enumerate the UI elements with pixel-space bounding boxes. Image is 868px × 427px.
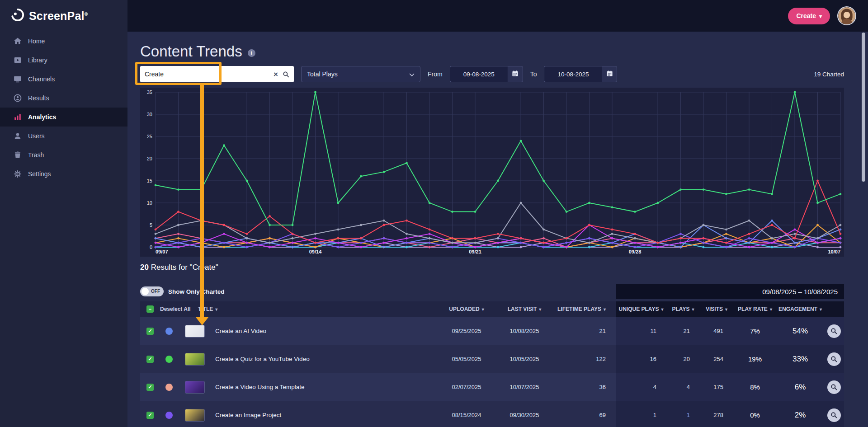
column-header-unique-plays[interactable]: UNIQUE PLAYS [616, 306, 666, 312]
video-thumbnail[interactable] [185, 381, 205, 394]
unique-plays-value: 1 [616, 412, 666, 418]
sidebar-item-analytics[interactable]: Analytics [0, 108, 127, 127]
chevron-down-icon [819, 12, 822, 19]
last-visit-date: 10/07/2025 [495, 384, 553, 390]
last-visit-date: 10/05/2025 [495, 356, 553, 362]
sort-caret-icon [215, 306, 217, 312]
sidebar-item-label: Analytics [28, 113, 56, 121]
to-date-input[interactable]: 10-08-2025 [544, 66, 602, 82]
analytics-icon [14, 113, 22, 121]
deselect-all-label[interactable]: Deselect All [160, 306, 198, 312]
toggle-state: OFF [151, 286, 160, 296]
video-title[interactable]: Create a Video Using a Template [212, 384, 438, 390]
sidebar-item-library[interactable]: Library [0, 51, 127, 70]
charted-count: 19 Charted [814, 71, 844, 78]
play-rate-value: 19% [733, 355, 777, 363]
svg-text:09/28: 09/28 [629, 249, 642, 254]
channels-icon [14, 75, 22, 83]
screenpal-swirl-icon [11, 8, 24, 23]
sidebar-item-channels[interactable]: Channels [0, 70, 127, 89]
magnifier-button[interactable] [827, 380, 841, 394]
unique-plays-value: 4 [616, 384, 666, 390]
column-header-last-visit[interactable]: LAST VISIT [495, 306, 553, 312]
video-title[interactable]: Create an AI Video [212, 328, 438, 334]
video-title[interactable]: Create an Image Project [212, 412, 438, 418]
column-header-play-rate[interactable]: PLAY RATE [733, 306, 777, 312]
row-checkbox[interactable] [146, 356, 154, 363]
metric-value: Total Plays [307, 70, 338, 78]
sort-caret-icon [604, 306, 606, 312]
info-icon[interactable]: i [248, 49, 255, 57]
library-icon [14, 56, 22, 64]
play-rate-value: 7% [733, 327, 777, 335]
page-title: Content Trends [140, 43, 242, 60]
deselect-all-checkbox[interactable] [146, 305, 154, 313]
create-button[interactable]: Create [788, 8, 830, 24]
brand-logo[interactable]: ScreenPal® [0, 0, 127, 32]
vertical-scrollbar[interactable] [862, 33, 865, 182]
toggle-label: Show Only Charted [168, 288, 225, 295]
sort-caret-icon [820, 306, 822, 312]
engagement-value: 54% [777, 327, 824, 336]
magnifier-button[interactable] [827, 352, 841, 366]
search-icon[interactable] [283, 71, 289, 78]
sidebar-item-results[interactable]: Results [0, 89, 127, 108]
uploaded-date: 09/25/2025 [438, 328, 495, 334]
to-calendar-button[interactable] [602, 66, 617, 82]
sidebar-item-trash[interactable]: Trash [0, 145, 127, 164]
row-checkbox[interactable] [146, 412, 154, 419]
results-summary: 20 Results for "Create" [140, 263, 844, 273]
engagement-value: 33% [777, 355, 824, 364]
sort-caret-icon [770, 306, 772, 312]
sidebar-item-settings[interactable]: Settings [0, 164, 127, 183]
row-checkbox[interactable] [146, 384, 154, 391]
clear-search-icon[interactable] [274, 70, 278, 78]
column-header-visits[interactable]: VISITS [700, 306, 733, 312]
sidebar-item-label: Settings [28, 170, 51, 178]
visits-value: 491 [700, 328, 733, 334]
table-row: Create a Quiz for a YouTube Video05/05/2… [140, 345, 844, 373]
from-date-input[interactable]: 09-08-2025 [450, 66, 508, 82]
video-thumbnail[interactable] [185, 353, 205, 366]
magnifier-button[interactable] [827, 324, 841, 338]
lifetime-plays-value: 21 [553, 328, 616, 334]
svg-text:30: 30 [147, 112, 152, 117]
column-header-title[interactable]: TITLE [198, 306, 438, 312]
magnifier-button[interactable] [827, 408, 841, 422]
plays-value: 21 [666, 328, 700, 334]
show-only-charted-toggle[interactable]: OFF [140, 286, 164, 296]
results-text: Results for "Create" [149, 263, 218, 272]
column-header-lifetime-plays[interactable]: LIFETIME PLAYS [553, 306, 616, 312]
trash-icon [14, 151, 22, 159]
sidebar-item-label: Users [28, 132, 45, 140]
svg-text:25: 25 [147, 134, 152, 139]
table-rows: Create an AI Video09/25/202510/08/202521… [140, 317, 844, 427]
metric-dropdown[interactable]: Total Plays [301, 66, 420, 82]
play-rate-value: 0% [733, 411, 777, 419]
trend-chart: 0510152025303509/0709/1409/2109/2810/07 [140, 88, 844, 257]
column-header-plays[interactable]: PLAYS [666, 306, 700, 312]
svg-text:20: 20 [147, 156, 152, 161]
engagement-value: 2% [777, 411, 824, 420]
column-header-uploaded[interactable]: UPLOADED [438, 306, 495, 312]
user-avatar[interactable] [837, 6, 856, 25]
svg-text:10: 10 [147, 200, 152, 206]
sidebar-item-users[interactable]: Users [0, 127, 127, 145]
annotation-arrow-stem [200, 84, 204, 318]
video-thumbnail[interactable] [185, 325, 205, 338]
row-checkbox[interactable] [146, 328, 154, 335]
from-label: From [428, 70, 443, 78]
trend-chart-svg: 0510152025303509/0709/1409/2109/2810/07 [140, 88, 844, 257]
svg-text:09/14: 09/14 [309, 249, 322, 254]
play-rate-value: 8% [733, 383, 777, 391]
column-header-engagement[interactable]: ENGAGEMENT [777, 306, 824, 312]
series-color-dot [165, 328, 173, 335]
plays-value: 1 [666, 412, 700, 418]
from-calendar-button[interactable] [508, 66, 523, 82]
video-thumbnail[interactable] [185, 409, 205, 422]
video-title[interactable]: Create a Quiz for a YouTube Video [212, 356, 438, 362]
sort-caret-icon [482, 306, 484, 312]
calendar-icon [512, 70, 519, 79]
sidebar-item-home[interactable]: Home [0, 32, 127, 51]
results-count: 20 [140, 263, 149, 272]
